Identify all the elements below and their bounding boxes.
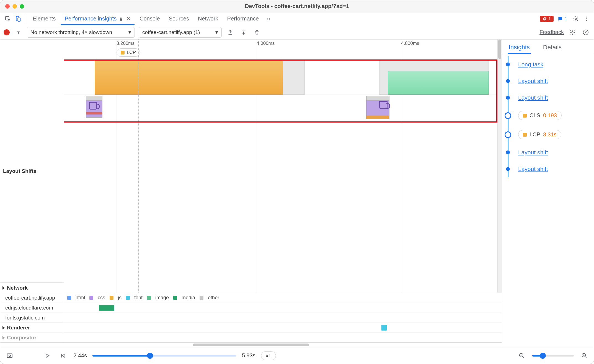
insights-toolbar: ▾ No network throttling, 4× slowdown ▾ c…	[0, 25, 594, 40]
layout-block-orange[interactable]	[95, 60, 283, 95]
insight-layout-shift-link[interactable]: Layout shift	[518, 166, 548, 172]
svg-point-4	[575, 18, 577, 20]
traffic-lights	[0, 4, 24, 9]
tab-console[interactable]: Console	[136, 12, 164, 25]
export-icon[interactable]	[226, 28, 235, 37]
legend-other: other	[208, 295, 219, 301]
cls-label: CLS	[530, 112, 540, 119]
close-tab-icon[interactable]: ✕	[125, 16, 131, 22]
lcp-color-swatch	[523, 133, 527, 137]
tab-sources[interactable]: Sources	[165, 12, 193, 25]
tab-elements-label: Elements	[33, 15, 56, 22]
more-tabs-icon[interactable]: »	[264, 14, 273, 24]
toggle-preview-icon[interactable]	[5, 351, 15, 361]
zoom-in-icon[interactable]	[579, 351, 589, 361]
insight-layout-shift-3[interactable]: Layout shift	[505, 144, 591, 161]
ruler-tick-2: 4,000ms	[257, 41, 275, 46]
svg-point-5	[586, 16, 587, 17]
help-icon[interactable]	[581, 28, 590, 37]
network-row-3[interactable]: fonts.gstatic.com	[0, 313, 64, 323]
throttling-select-label: No network throttling, 4× slowdown	[30, 29, 112, 35]
inspect-element-icon[interactable]	[3, 14, 12, 24]
network-track-row-2[interactable]	[64, 313, 502, 323]
throttling-select[interactable]: No network throttling, 4× slowdown ▾	[27, 27, 135, 38]
renderer-track-row[interactable]	[64, 332, 502, 342]
disclosure-triangle-icon	[2, 286, 5, 290]
network-row-1[interactable]: coffee-cart.netlify.app	[0, 293, 64, 303]
minimize-window-button[interactable]	[12, 4, 17, 9]
insight-layout-shift-link[interactable]: Layout shift	[518, 94, 548, 101]
zoom-out-icon[interactable]	[517, 351, 527, 361]
close-window-button[interactable]	[5, 4, 10, 9]
kebab-menu-icon[interactable]	[582, 14, 591, 24]
insight-cls-metric[interactable]: CLS 0.193	[505, 106, 591, 125]
svg-point-11	[9, 355, 11, 357]
insight-long-task-link[interactable]: Long task	[518, 61, 543, 68]
insight-layout-shift-link[interactable]: Layout shift	[518, 78, 548, 84]
tab-details[interactable]: Details	[543, 44, 562, 54]
go-to-start-icon[interactable]	[58, 351, 68, 361]
range-start: 2.44s	[73, 352, 87, 359]
titlebar: DevTools - coffee-cart.netlify.app/?ad=1	[0, 0, 594, 12]
section-renderer-label: Renderer	[7, 325, 30, 331]
chevron-down-icon: ▾	[128, 29, 131, 35]
tab-details-label: Details	[543, 44, 562, 51]
insights-panel: Insights Details Long task Layout shift	[502, 40, 594, 347]
insight-lcp-metric[interactable]: LCP 3.31s	[505, 125, 591, 144]
section-network[interactable]: Network	[0, 283, 64, 293]
layout-block-green[interactable]	[388, 71, 489, 95]
play-icon[interactable]	[42, 351, 52, 361]
insight-long-task[interactable]: Long task	[505, 56, 591, 73]
recording-select[interactable]: coffee-cart.netlify.app (1) ▾	[139, 27, 222, 38]
lcp-label: LCP	[530, 131, 540, 138]
flask-icon	[119, 16, 123, 21]
layout-shift-thumbnail-1[interactable]	[86, 96, 102, 118]
timeline-horizontal-scrollbar[interactable]	[0, 343, 502, 347]
network-track-row-1[interactable]	[64, 303, 502, 313]
network-legend: html css js font image media other	[64, 293, 502, 303]
lcp-marker[interactable]: LCP	[117, 48, 140, 57]
legend-css: css	[98, 295, 105, 301]
section-compositor-label: Compositor	[7, 335, 37, 341]
messages-badge[interactable]: 1	[555, 15, 570, 22]
insight-layout-shift-1[interactable]: Layout shift	[505, 73, 591, 89]
import-icon[interactable]	[239, 28, 248, 37]
svg-point-8	[572, 32, 573, 33]
insight-layout-shift-2[interactable]: Layout shift	[505, 89, 591, 106]
timeline-tracks[interactable]: 3,200ms 4,000ms 4,800ms LCP	[64, 40, 502, 342]
delete-icon[interactable]	[252, 28, 262, 37]
tab-performance[interactable]: Performance	[223, 12, 263, 25]
tab-elements[interactable]: Elements	[29, 12, 60, 25]
zoom-window-button[interactable]	[20, 4, 24, 9]
zoom-multiplier[interactable]: x1	[261, 351, 276, 360]
section-compositor[interactable]: Compositor	[0, 332, 64, 342]
legend-font: font	[134, 295, 143, 301]
network-track-row-3[interactable]	[64, 323, 502, 332]
zoom-slider[interactable]	[532, 355, 574, 357]
devtools-window: DevTools - coffee-cart.netlify.app/?ad=1…	[0, 0, 594, 364]
device-toolbar-icon[interactable]	[14, 14, 23, 24]
tab-insights[interactable]: Insights	[509, 44, 530, 54]
settings-icon[interactable]	[571, 14, 580, 24]
ruler-tick-1: 3,200ms	[117, 41, 135, 46]
timeline-sidebar: Layout Shifts Network coffee-cart.netlif…	[0, 40, 64, 342]
insight-layout-shift-4[interactable]: Layout shift	[505, 161, 591, 177]
tab-network[interactable]: Network	[194, 12, 222, 25]
time-range-slider[interactable]	[92, 355, 236, 357]
panel-settings-icon[interactable]	[568, 28, 577, 37]
record-button[interactable]	[4, 29, 10, 35]
network-row-2[interactable]: cdnjs.cloudflare.com	[0, 303, 64, 313]
main-tabstrip: Elements Performance insights ✕ Console …	[0, 12, 594, 25]
feedback-link[interactable]: Feedback	[539, 29, 564, 35]
insight-layout-shift-link[interactable]: Layout shift	[518, 149, 548, 156]
legend-html: html	[76, 295, 85, 301]
tab-performance-label: Performance	[227, 15, 259, 22]
section-network-label: Network	[7, 285, 28, 291]
section-renderer[interactable]: Renderer	[0, 323, 64, 332]
network-row-1-label: coffee-cart.netlify.app	[5, 295, 55, 301]
layout-shift-thumbnail-2[interactable]	[366, 96, 389, 119]
tab-sources-label: Sources	[169, 15, 189, 22]
record-options-dropdown[interactable]: ▾	[14, 28, 23, 37]
tab-performance-insights[interactable]: Performance insights ✕	[61, 12, 135, 25]
errors-badge[interactable]: 1	[540, 16, 554, 22]
